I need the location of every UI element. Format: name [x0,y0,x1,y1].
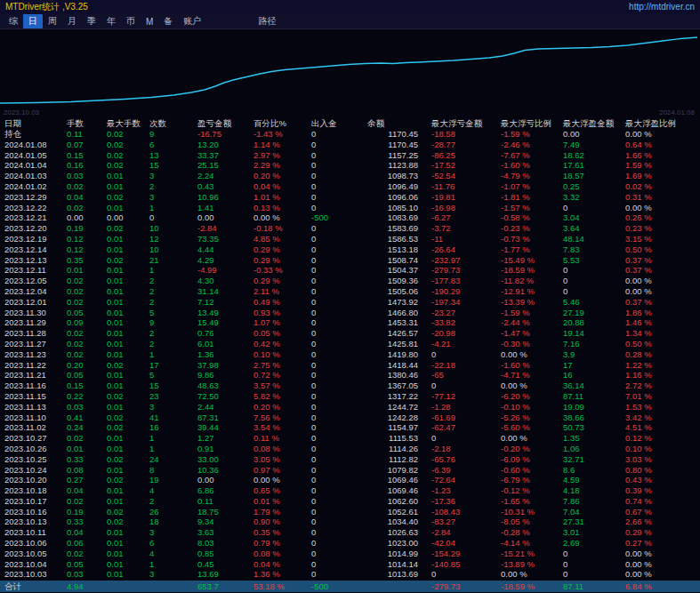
table-row[interactable]: 2023.11.220.200.021737.982.75 %01418.44-… [0,360,700,371]
menu-item-path[interactable]: 路径 [253,14,281,28]
chart-start-date-label: 2023.10.03 [4,108,39,116]
menu-item-5[interactable]: 年 [101,14,121,28]
column-header-in-out[interactable]: 出入金 [307,117,363,129]
menu-item-0[interactable]: 综 [4,14,23,28]
menu-item-2[interactable]: 周 [43,14,62,28]
cell-balance: 1112.82 [363,454,427,465]
table-row[interactable]: 2023.11.020.240.021639.443.54 %01154.97-… [0,422,700,433]
table-row[interactable]: 2023.10.250.330.022433.003.05 %01112.82-… [0,454,700,465]
cell-max-lots: 0.01 [102,444,145,454]
column-header-max-float-profit[interactable]: 最大浮盈金额 [559,117,621,129]
table-row[interactable]: 2023.12.200.190.0210-2.84-0.18 %01583.69… [0,223,700,234]
cell-balance: 1114.26 [363,444,427,454]
table-row[interactable]: 2023.10.050.020.0140.850.08 %01014.99-15… [0,549,700,559]
table-row[interactable]: 2023.10.110.040.0133.630.35 %01026.63-2.… [0,527,700,538]
table-row[interactable]: 2023.12.140.120.01104.440.29 %01513.18-2… [0,244,700,255]
table-row[interactable]: 持仓0.110.029-16.75-1.43 %01170.45-18.58-1… [0,129,700,140]
column-header-max-float-loss-pct[interactable]: 最大浮亏比例 [496,117,559,129]
table-row[interactable]: 2024.01.020.020.0120.430.04 %01096.49-11… [0,181,700,192]
menu-item-3[interactable]: 月 [62,14,82,28]
cell-date: 2024.01.02 [0,181,62,192]
table-row[interactable]: 2023.12.050.020.0124.300.29 %01509.36-17… [0,276,700,286]
table-row[interactable]: 2023.12.010.020.0127.120.49 %01473.92-19… [0,297,700,308]
table-row[interactable]: 2023.11.100.410.024187.317.56 %01242.28-… [0,413,700,423]
cell-max-float-profit-pct: 0.74 % [621,496,700,507]
menu-item-8[interactable]: 备 [158,14,178,28]
table-row[interactable]: 2023.10.240.080.01810.360.97 %01079.82-6… [0,465,700,476]
cell-date: 2023.11.10 [0,413,62,423]
cell-max-float-profit-pct: 1.69 % [621,171,700,181]
cell-max-float-profit: 5.46 [559,297,621,308]
cell-lots: 0.12 [62,244,102,255]
cell-count: 23 [145,391,193,402]
cell-balance: 1242.28 [363,413,427,423]
table-row[interactable]: 2023.11.230.020.0111.360.10 %01419.8000.… [0,349,700,360]
table-row[interactable]: 2023.10.040.050.0110.450.04 %01014.14-14… [0,559,700,570]
column-header-pl-pct[interactable]: 百分比% [249,117,307,129]
table-row[interactable]: 2023.11.210.050.0159.860.72 %01380.46-65… [0,370,700,381]
column-header-date[interactable]: 日期 [0,117,62,129]
table-row[interactable]: 2023.12.210.000.0000.000.00 %-5001083.69… [0,212,700,223]
cell-max-lots: 0.01 [102,496,145,507]
column-header-count[interactable]: 次数 [145,117,193,129]
table-row[interactable]: 2023.11.300.050.01513.490.93 %01466.80-2… [0,308,700,318]
table-row[interactable]: 2023.10.180.040.0146.860.65 %01069.46-1.… [0,485,700,496]
cell-pl-pct: 1.79 % [249,507,307,517]
table-row[interactable]: 2024.01.080.070.02613.201.14 %01170.45-2… [0,140,700,150]
menu-item-6[interactable]: 币 [121,14,141,28]
table-row[interactable]: 2023.12.220.020.0111.410.13 %01085.10-16… [0,203,700,213]
table-row[interactable]: 2023.10.200.270.02190.000.00 %01069.46-7… [0,475,700,485]
table-row[interactable]: 2023.10.060.060.0168.030.79 %01023.00-42… [0,538,700,549]
cell-max-lots: 0.01 [102,244,145,255]
table-row[interactable]: 2023.12.040.020.01231.142.11 %01505.06-1… [0,286,700,297]
table-row[interactable]: 2024.01.040.160.021525.152.29 %01123.88-… [0,160,700,171]
app-url-link[interactable]: http://mtdriver.cn [629,0,695,14]
cell-pl-amount: 25.15 [193,160,249,171]
table-row[interactable]: 2023.10.030.030.01313.691.36 %01013.6900… [0,569,700,580]
table-row[interactable]: 2023.11.160.150.011548.633.57 %01367.050… [0,381,700,391]
menu-item-7[interactable]: M [141,16,158,28]
table-row[interactable]: 2023.10.260.010.0110.910.08 %01114.26-2.… [0,444,700,454]
cell-count: 13 [145,150,193,161]
table-row[interactable]: 2023.10.160.190.022618.751.79 %01052.61-… [0,507,700,517]
column-header-max-float-profit-pct[interactable]: 最大浮盈比例 [621,117,700,129]
cell-in-out: 0 [307,140,363,150]
menu-item-1[interactable]: 日 [23,14,43,28]
cell-in-out: 0 [307,192,363,203]
table-row[interactable]: 2023.11.270.020.0126.010.42 %01425.81-4.… [0,339,700,349]
cell-max-float-profit-pct: 0.00 % [621,129,700,140]
table-row[interactable]: 2024.01.050.150.021333.372.97 %01157.25-… [0,150,700,161]
table-row[interactable]: 2024.01.030.030.0132.240.20 %01098.73-52… [0,171,700,181]
cell-pl-amount: 13.69 [193,569,249,580]
menu-item-4[interactable]: 季 [82,14,101,28]
table-row[interactable]: 2023.12.110.010.011-4.99-0.33 %01504.37-… [0,265,700,276]
table-row[interactable]: 2023.10.130.330.02189.340.90 %01034.40-8… [0,517,700,527]
table-row[interactable]: 2023.10.170.020.0120.110.01 %01062.60-17… [0,496,700,507]
table-row[interactable]: 2023.12.290.040.02310.961.01 %01096.06-1… [0,192,700,203]
table-row[interactable]: 2023.11.280.020.0120.760.05 %01426.57-20… [0,328,700,339]
cell-max-float-loss-pct: -7.67 % [496,150,559,161]
table-row[interactable]: 2023.11.130.030.0132.440.20 %01244.72-1.… [0,402,700,413]
table-row[interactable]: 2023.11.150.220.022372.505.82 %01317.22-… [0,391,700,402]
cell-max-float-loss-pct: -0.30 % [496,339,559,349]
column-header-pl-amount[interactable]: 盈亏金额 [193,117,249,129]
cell-max-float-profit: 0 [559,569,621,580]
menu-item-9[interactable]: 账户 [178,14,206,28]
cell-balance: 1513.18 [363,244,427,255]
cell-lots: 0.19 [62,223,102,234]
cell-count: 10 [145,223,193,234]
column-header-balance[interactable]: 余额 [363,117,427,129]
table-row[interactable]: 2023.12.190.120.011273.354.85 %01586.53-… [0,234,700,244]
cell-lots: 0.35 [62,255,102,266]
column-header-max-lots[interactable]: 最大手数 [102,117,145,129]
column-header-max-float-loss[interactable]: 最大浮亏金额 [427,117,496,129]
column-header-lots[interactable]: 手数 [62,117,102,129]
cell-count: 2 [145,339,193,349]
cell-balance: 1096.49 [363,181,427,192]
table-row[interactable]: 2023.12.130.350.02214.290.29 %01508.74-2… [0,255,700,266]
table-row[interactable]: 2023.10.270.020.0111.270.11 %01115.5300.… [0,433,700,444]
table-row[interactable]: 2023.11.290.090.01915.491.07 %01453.31-3… [0,317,700,328]
cell-max-float-loss-pct: -5.26 % [496,413,559,423]
cell-max-float-profit: 19.14 [559,328,621,339]
cell-pl-pct: 4.85 % [249,234,307,244]
